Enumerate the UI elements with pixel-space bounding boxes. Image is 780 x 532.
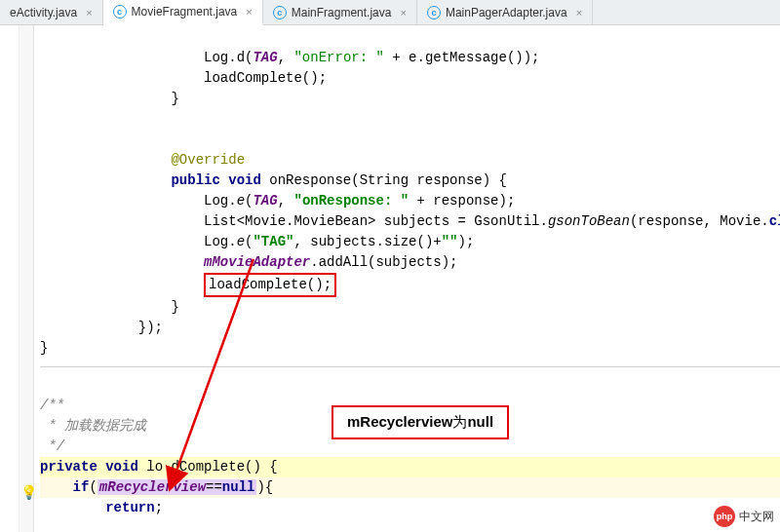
annotation-callout: mRecyclerview为null	[332, 405, 509, 439]
code-line: /**	[40, 398, 64, 413]
code-line: loadComplete();	[40, 277, 336, 292]
watermark-text: 中文网	[739, 509, 774, 525]
code-line: }	[40, 91, 179, 106]
close-icon[interactable]: ×	[576, 7, 582, 19]
code-line: mMovieAdapter.addAll(subjects);	[40, 254, 457, 270]
code-line: public void onResponse(String response) …	[40, 172, 507, 188]
tab-mainpageradapter[interactable]: c MainPagerAdapter.java ×	[417, 0, 593, 24]
logo-icon: php	[714, 506, 735, 527]
code-line: Log.d(TAG, "onError: " + e.getMessage())…	[40, 50, 540, 65]
class-icon: c	[273, 6, 287, 19]
editor-area[interactable]: 💡 Log.d(TAG, "onError: " + e.getMessage(…	[0, 25, 780, 532]
tab-label: MainPagerAdapter.java	[446, 6, 567, 19]
class-icon: c	[427, 6, 441, 19]
code-line: List<Movie.MovieBean> subjects = GsonUti…	[40, 213, 780, 229]
gutter-icons: 💡	[20, 25, 34, 532]
tab-label: eActivity.java	[10, 6, 77, 19]
close-icon[interactable]: ×	[400, 7, 406, 19]
close-icon[interactable]: ×	[86, 7, 92, 19]
highlight-box-loadcomplete: loadComplete();	[204, 273, 336, 297]
code-line: */	[40, 438, 64, 454]
code-line: if(mRecyclerview==null){	[40, 477, 780, 498]
gutter-left	[0, 25, 20, 532]
tab-label: MainFragment.java	[292, 6, 392, 19]
code-editor[interactable]: Log.d(TAG, "onError: " + e.getMessage())…	[34, 25, 780, 532]
section-divider	[40, 366, 780, 367]
code-line: Log.e("TAG", subjects.size()+"");	[40, 234, 474, 249]
tab-eactivity[interactable]: eActivity.java ×	[0, 0, 103, 24]
code-line: private void lo dComplete() {	[40, 457, 780, 477]
tab-label: MovieFragment.java	[132, 5, 238, 19]
code-line: });	[40, 320, 163, 335]
tab-mainfragment[interactable]: c MainFragment.java ×	[263, 0, 417, 24]
code-line: loadComplete();	[40, 70, 327, 86]
watermark-logo: php 中文网	[714, 506, 774, 527]
code-line: Log.e(TAG, "onResponse: " + response);	[40, 193, 515, 209]
code-line: * 加载数据完成	[40, 418, 146, 434]
code-line: @Override	[40, 152, 245, 168]
code-line: return;	[40, 500, 163, 515]
code-line: }	[40, 299, 179, 315]
close-icon[interactable]: ×	[246, 6, 252, 18]
tab-moviefragment[interactable]: c MovieFragment.java ×	[103, 0, 263, 25]
class-icon: c	[113, 5, 127, 19]
editor-tabs: eActivity.java × c MovieFragment.java × …	[0, 0, 780, 25]
code-line: }	[40, 340, 48, 356]
